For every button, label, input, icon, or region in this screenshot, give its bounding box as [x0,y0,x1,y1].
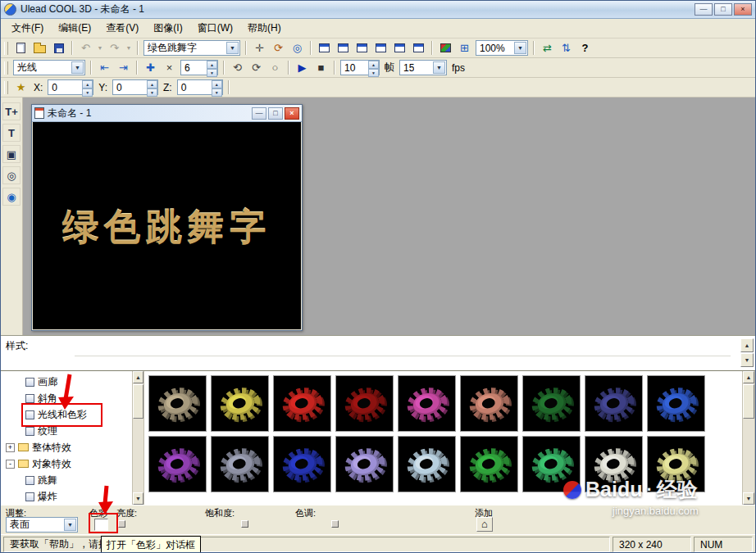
spinner-arrows-icon[interactable]: ▲▼ [207,61,217,75]
window-layout-5-button[interactable] [391,40,408,57]
gallery-gear-tile[interactable] [148,436,207,492]
loop-button[interactable]: ○ [266,60,284,76]
camera-tool-button[interactable]: ◎ [289,40,306,57]
gallery-gear-tile[interactable] [398,436,456,492]
scroll-up-icon[interactable]: ▲ [740,338,754,352]
open-button[interactable] [31,40,48,57]
gallery-gear-tile[interactable] [522,375,581,432]
dropdown-arrow-icon[interactable]: ▼ [514,42,526,54]
scroll-down-icon[interactable]: ▼ [740,353,754,367]
tree-item[interactable]: +整体特效 [1,439,132,456]
menu-edit[interactable]: 编辑(E) [51,18,98,39]
gallery-gear-tile[interactable] [148,375,207,432]
style-list-combo[interactable]: 绿色跳舞字▼ [143,40,240,56]
spinner-arrows-icon[interactable]: ▲▼ [82,80,93,94]
zoom-object-button[interactable]: ◎ [2,166,20,184]
gallery-gear-tile[interactable] [335,375,394,432]
spinner-arrows-icon[interactable]: ▲▼ [368,61,379,75]
gallery-gear-tile[interactable] [460,436,518,492]
scroll-up-icon[interactable]: ▲ [743,371,754,383]
stop-button[interactable]: ■ [312,60,330,76]
gallery-gear-tile[interactable] [273,375,331,432]
scroll-down-icon[interactable]: ▼ [133,492,143,505]
edit-text-button[interactable]: T [2,124,20,142]
gallery-gear-tile[interactable] [460,375,518,432]
new-document-button[interactable] [12,40,30,57]
play-button[interactable]: ▶ [294,60,311,76]
undo-dropdown-icon[interactable]: ▼ [96,40,104,57]
tree-item[interactable]: 跳舞 [1,472,132,488]
slider-thumb[interactable] [118,520,125,528]
document-minimize-button[interactable]: — [252,107,266,120]
tree-item[interactable]: 画廊 [1,374,132,390]
tree-item[interactable]: 光线和色彩 [1,406,132,423]
tree-expander-icon[interactable]: - [6,460,15,469]
menu-file[interactable]: 文件(F) [4,18,51,39]
redo-button[interactable]: ↷ [106,40,123,57]
render-canvas[interactable]: 绿色跳舞字 [33,122,301,329]
transform-mode-button[interactable]: ★ [12,79,30,96]
menu-window[interactable]: 窗口(W) [190,18,240,39]
scrollbar-thumb[interactable] [133,384,143,419]
gallery-gear-tile[interactable] [647,375,705,432]
window-layout-3-button[interactable] [353,40,371,57]
dropdown-arrow-icon[interactable]: ▼ [433,61,445,74]
delete-keyframe-button[interactable]: × [161,60,178,76]
tree-item[interactable]: 斜角 [1,390,132,406]
pan-tool-button[interactable]: ✛ [251,40,268,57]
save-button[interactable] [50,40,67,57]
menu-view[interactable]: 查看(V) [98,18,146,39]
maximize-button[interactable]: □ [714,3,732,16]
gallery-gear-tile[interactable] [211,436,269,492]
tree-item[interactable]: 爆炸 [1,488,132,505]
tree-expander-icon[interactable]: + [6,443,15,452]
rotate-tool-button[interactable]: ⟳ [270,40,287,57]
tree-item[interactable]: 纹理 [1,423,132,439]
web-button[interactable]: ◉ [2,188,20,206]
tree-scrollbar[interactable]: ▲ ▼ [132,371,144,505]
export-button[interactable]: ⇄ [539,40,556,57]
bevel-spinner[interactable]: 6▲▼ [180,60,218,75]
slider-thumb[interactable] [241,520,248,528]
scrollbar-thumb[interactable] [743,384,754,419]
window-layout-6-button[interactable] [410,40,427,57]
gallery-gear-tile[interactable] [585,375,643,432]
frames-spinner[interactable]: 10▲▼ [340,60,380,75]
close-button[interactable]: × [734,3,752,16]
zoom-combo[interactable]: 100%▼ [476,40,528,56]
gallery-gear-tile[interactable] [398,375,456,432]
grid-toggle-button[interactable]: ⊞ [456,40,473,57]
document-window[interactable]: 未命名 - 1 — □ × 绿色跳舞字 [31,104,303,331]
dropdown-arrow-icon[interactable]: ▼ [226,42,239,54]
add-home-button[interactable]: ⌂ [476,517,493,532]
scroll-up-icon[interactable]: ▲ [133,371,143,383]
menu-help[interactable]: 帮助(H) [240,18,289,39]
gallery-gear-tile[interactable] [211,375,269,432]
document-title-bar[interactable]: 未命名 - 1 — □ × [32,105,302,122]
document-maximize-button[interactable]: □ [268,107,283,120]
gallery-gear-tile[interactable] [273,436,331,492]
color-swatch-button[interactable] [94,519,108,531]
window-layout-1-button[interactable] [316,40,333,57]
y-spinner[interactable]: 0▲▼ [112,79,158,95]
import-button[interactable]: ⇅ [558,40,575,57]
slider-thumb[interactable] [331,520,339,528]
goto-start-button[interactable]: ⇤ [96,60,113,76]
rotate-cw-button[interactable]: ⟳ [248,60,265,76]
title-bar[interactable]: Ulead COOL 3D - 未命名 - 1 — □ × [1,1,755,19]
tree-item[interactable]: -对象特效 [1,456,132,472]
menu-image[interactable]: 图像(I) [146,18,189,39]
goto-end-button[interactable]: ⇥ [115,60,132,76]
z-spinner[interactable]: 0▲▼ [177,79,223,95]
window-layout-4-button[interactable] [372,40,389,57]
insert-text-button[interactable]: T+ [2,102,20,120]
window-layout-2-button[interactable] [335,40,352,57]
document-close-button[interactable]: × [285,107,299,120]
x-spinner[interactable]: 0▲▼ [48,79,93,95]
minimize-button[interactable]: — [695,3,713,16]
redo-dropdown-icon[interactable]: ▼ [125,40,133,57]
dropdown-arrow-icon[interactable]: ▼ [64,519,76,531]
rotate-ccw-button[interactable]: ⟲ [229,60,246,76]
spinner-arrows-icon[interactable]: ▲▼ [212,80,222,94]
frame-rate-combo[interactable]: 15▼ [399,60,447,75]
